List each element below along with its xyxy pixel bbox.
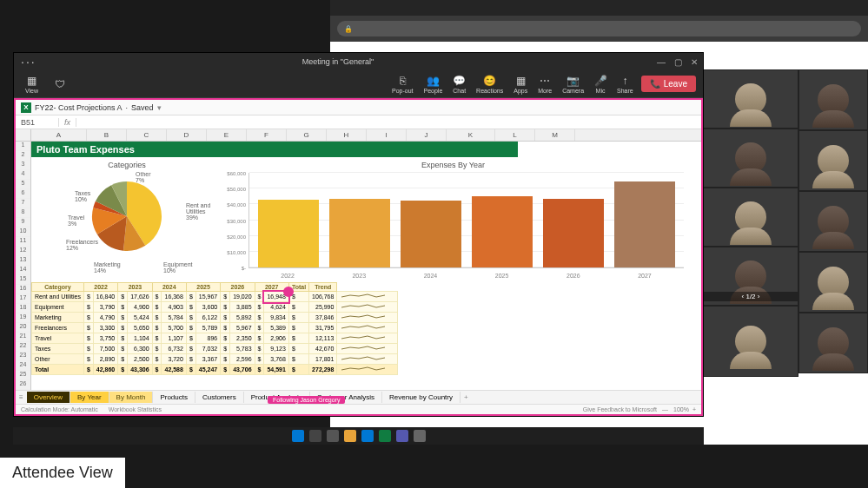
row-header[interactable]: 18 bbox=[16, 304, 30, 313]
people-button[interactable]: 👥People bbox=[420, 73, 447, 96]
more-button[interactable]: ⋯More bbox=[533, 73, 556, 96]
shield-button[interactable]: 🛡 bbox=[50, 76, 70, 92]
maximize-icon[interactable]: ▢ bbox=[674, 57, 682, 67]
chat-button[interactable]: 💬Chat bbox=[448, 73, 470, 96]
taskbar-app-icon[interactable] bbox=[379, 430, 391, 442]
taskbar-app-icon[interactable] bbox=[361, 430, 374, 442]
col-header[interactable]: B bbox=[87, 129, 127, 141]
row-header[interactable]: 15 bbox=[16, 275, 30, 285]
share-button[interactable]: ↑Share bbox=[613, 73, 638, 96]
add-sheet-icon[interactable]: + bbox=[461, 393, 472, 401]
zoom-level[interactable]: 100% bbox=[673, 406, 689, 412]
row-header[interactable]: 25 bbox=[16, 371, 30, 380]
video-tile[interactable] bbox=[798, 252, 868, 313]
video-tile[interactable] bbox=[703, 188, 798, 247]
col-header[interactable]: K bbox=[447, 129, 495, 141]
video-tile[interactable]: ‹ 1/2 › bbox=[703, 247, 798, 306]
row-header[interactable]: 24 bbox=[16, 361, 30, 371]
video-tile[interactable] bbox=[703, 129, 798, 188]
col-header[interactable]: L bbox=[495, 129, 535, 141]
video-tile[interactable] bbox=[798, 313, 868, 373]
row-header[interactable]: 26 bbox=[16, 380, 30, 390]
sheet-tab[interactable]: Customers bbox=[195, 392, 244, 403]
row-header[interactable]: 19 bbox=[16, 313, 30, 323]
taskbar-app-icon[interactable] bbox=[414, 430, 426, 442]
row-header[interactable]: 8 bbox=[16, 208, 30, 218]
taskbar-app-icon[interactable] bbox=[344, 430, 356, 442]
row-header[interactable]: 23 bbox=[16, 352, 30, 361]
video-tile[interactable] bbox=[703, 306, 798, 377]
sheet-content[interactable]: Pluto Team Expenses Categories Other7%Ta… bbox=[31, 142, 701, 390]
row-header[interactable]: 21 bbox=[16, 333, 30, 342]
sheet-tab[interactable]: Products bbox=[153, 392, 195, 403]
table-row[interactable]: Total$42,860$43,306$42,588$45,247$43,706… bbox=[32, 365, 398, 375]
row-header[interactable]: 14 bbox=[16, 266, 30, 275]
table-row[interactable]: Freelancers$3,300$5,650$5,700$5,789$5,96… bbox=[32, 323, 398, 333]
feedback-link[interactable]: Give Feedback to Microsoft bbox=[583, 406, 657, 412]
close-icon[interactable]: ✕ bbox=[691, 57, 698, 67]
col-header[interactable]: G bbox=[287, 129, 327, 141]
row-header[interactable]: 13 bbox=[16, 256, 30, 266]
background-address-bar[interactable]: 🔒 bbox=[337, 21, 861, 36]
video-tile[interactable] bbox=[703, 69, 798, 129]
row-header[interactable]: 1 bbox=[16, 142, 30, 151]
fx-icon[interactable]: fx bbox=[59, 118, 76, 127]
row-header[interactable]: 10 bbox=[16, 228, 30, 237]
col-header[interactable]: M bbox=[535, 129, 575, 141]
row-header[interactable]: 7 bbox=[16, 199, 30, 208]
table-row[interactable]: Rent and Utilities$16,840$17,626$16,368$… bbox=[32, 292, 398, 302]
row-header[interactable]: 17 bbox=[16, 294, 30, 304]
col-header[interactable]: F bbox=[247, 129, 287, 141]
row-header[interactable]: 20 bbox=[16, 323, 30, 333]
camera-button[interactable]: 📷Camera bbox=[558, 73, 588, 96]
col-header[interactable]: I bbox=[367, 129, 407, 141]
leave-button[interactable]: 📞 Leave bbox=[641, 76, 696, 92]
reactions-button[interactable]: 😊Reactions bbox=[472, 73, 507, 96]
table-row[interactable]: Other$2,890$2,500$3,720$3,367$2,596$3,76… bbox=[32, 354, 398, 365]
col-header[interactable]: A bbox=[31, 129, 87, 141]
row-header[interactable]: 6 bbox=[16, 189, 30, 199]
minimize-icon[interactable]: — bbox=[657, 57, 666, 67]
row-header[interactable]: 12 bbox=[16, 247, 30, 256]
sheet-tab[interactable]: By Month bbox=[109, 392, 154, 403]
chevron-down-icon[interactable]: ▾ bbox=[157, 103, 162, 112]
row-header[interactable]: 22 bbox=[16, 342, 30, 352]
table-row[interactable]: Marketing$4,790$5,424$5,784$6,122$5,892$… bbox=[32, 313, 398, 323]
video-tile[interactable] bbox=[798, 191, 868, 252]
row-header[interactable]: 4 bbox=[16, 170, 30, 180]
sheet-tab[interactable]: Revenue by Country bbox=[382, 392, 461, 403]
taskbar-teams-icon[interactable] bbox=[396, 430, 408, 442]
apps-button[interactable]: ▦Apps bbox=[509, 73, 532, 96]
table-row[interactable]: Travel$3,750$1,104$1,107$896$2,350$2,906… bbox=[32, 333, 398, 344]
row-header[interactable]: 3 bbox=[16, 161, 30, 170]
mic-button[interactable]: 🎤Mic bbox=[590, 73, 611, 96]
taskbar-app-icon[interactable] bbox=[327, 430, 339, 442]
workbook-stats[interactable]: Workbook Statistics bbox=[109, 406, 162, 412]
col-header[interactable]: J bbox=[407, 129, 447, 141]
col-header[interactable]: C bbox=[127, 129, 167, 141]
video-tile[interactable] bbox=[798, 69, 868, 130]
row-header[interactable]: 5 bbox=[16, 180, 30, 189]
video-pager[interactable]: ‹ 1/2 › bbox=[704, 292, 798, 301]
view-button[interactable]: ▦ View bbox=[21, 73, 43, 96]
pop-out-button[interactable]: ⎘Pop-out bbox=[388, 73, 418, 96]
video-tile[interactable] bbox=[798, 130, 868, 191]
more-icon[interactable]: ... bbox=[21, 52, 36, 66]
name-box[interactable]: B51 bbox=[16, 118, 59, 127]
sheet-tab[interactable]: By Year bbox=[70, 392, 109, 403]
taskbar-search-icon[interactable] bbox=[309, 430, 321, 442]
taskbar-start-icon[interactable] bbox=[292, 430, 304, 442]
expenses-table[interactable]: Category202220232024202520262027TotalTre… bbox=[31, 282, 398, 375]
x-tick: 2026 bbox=[543, 273, 604, 279]
row-header[interactable]: 2 bbox=[16, 151, 30, 161]
col-header[interactable]: E bbox=[207, 129, 247, 141]
row-header[interactable]: 16 bbox=[16, 285, 30, 294]
row-header[interactable]: 11 bbox=[16, 237, 30, 247]
tab-nav-menu-icon[interactable]: ≡ bbox=[16, 393, 27, 401]
row-header[interactable]: 9 bbox=[16, 218, 30, 228]
sheet-tab[interactable]: Overview bbox=[27, 392, 70, 403]
col-header[interactable]: H bbox=[327, 129, 367, 141]
table-row[interactable]: Equipment$3,790$4,900$4,903$3,600$3,885$… bbox=[32, 302, 398, 313]
col-header[interactable]: D bbox=[167, 129, 207, 141]
table-row[interactable]: Taxes$7,500$6,300$6,732$7,032$5,783$9,12… bbox=[32, 344, 398, 354]
